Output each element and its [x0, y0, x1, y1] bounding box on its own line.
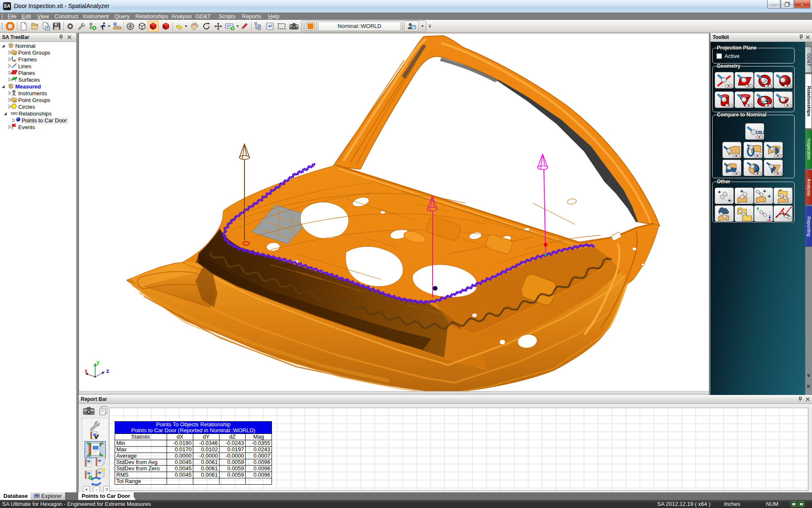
svg-text:z: z: [106, 367, 109, 374]
svg-text:y: y: [96, 359, 100, 365]
svg-text:OBJ: OBJ: [756, 130, 765, 135]
svg-text:x: x: [801, 1, 804, 8]
svg-text:x: x: [85, 368, 88, 374]
